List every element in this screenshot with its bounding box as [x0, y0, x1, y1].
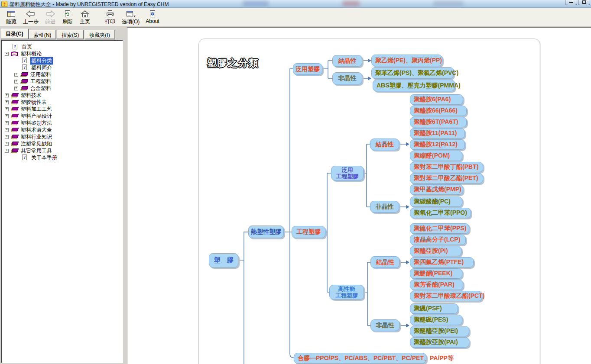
- closed-book-icon: [11, 141, 18, 147]
- hide-button[interactable]: 隐藏: [3, 9, 20, 26]
- expand-icon[interactable]: +: [5, 135, 9, 139]
- closed-book-icon: [20, 71, 28, 77]
- tab-contents[interactable]: 目录(C): [1, 29, 28, 39]
- tree-item-property-tables[interactable]: + 塑胶物性表: [1, 99, 123, 106]
- toolbar: 隐藏 上一步 前进 刷新 主页: [0, 8, 591, 27]
- closed-book-icon: [11, 127, 18, 133]
- tree-item-molding-defects[interactable]: + 注塑常见缺陷: [1, 140, 123, 147]
- options-icon: [125, 10, 136, 18]
- closed-book-icon: [20, 78, 28, 84]
- tree-item-home[interactable]: ? 首页: [1, 43, 123, 50]
- titlebar-glass-artifact: [433, 1, 464, 6]
- print-icon: [105, 10, 115, 18]
- tree-item-technology[interactable]: + 塑料技术: [1, 92, 123, 99]
- tree-item-industry-knowledge[interactable]: + 塑料行业知识: [1, 133, 123, 140]
- diagram-sheet: [198, 39, 540, 364]
- closed-book-icon: [20, 85, 28, 91]
- hide-panel-icon: [6, 10, 16, 18]
- content-pane: [127, 27, 591, 364]
- expand-icon[interactable]: +: [5, 149, 9, 153]
- expand-icon[interactable]: +: [14, 87, 18, 90]
- closed-book-icon: [11, 148, 18, 154]
- navigation-tabs: 目录(C) 索引(N) 搜索(S) 收藏夹(I): [1, 29, 116, 39]
- panel-splitter[interactable]: [123, 27, 127, 364]
- expand-icon[interactable]: +: [5, 93, 9, 97]
- help-page-icon: ?: [12, 44, 19, 50]
- closed-book-icon: [11, 92, 18, 98]
- selected-tree-item: 塑料分类: [30, 57, 53, 64]
- print-button[interactable]: 打印: [101, 9, 119, 26]
- expand-icon[interactable]: +: [5, 114, 9, 118]
- tree-item-intro[interactable]: ? 塑料简介: [1, 64, 123, 71]
- titlebar-glass-artifact: [243, 1, 269, 6]
- minimize-button[interactable]: [565, 0, 577, 5]
- tree-item-identification[interactable]: + 塑料鉴别方法: [1, 119, 123, 126]
- open-book-icon: [11, 51, 18, 57]
- expand-icon[interactable]: +: [5, 128, 9, 132]
- collapse-icon[interactable]: -: [5, 52, 9, 56]
- closed-book-icon: [11, 99, 18, 105]
- app-icon: ?: [1, 1, 7, 7]
- maximize-icon: [582, 0, 586, 4]
- expand-icon[interactable]: +: [5, 100, 9, 104]
- tree-item-product-design[interactable]: + 塑料产品设计: [1, 113, 123, 119]
- expand-icon[interactable]: +: [14, 80, 18, 84]
- help-page-icon: ?: [21, 155, 29, 161]
- home-button[interactable]: 主页: [76, 9, 94, 26]
- tree-item-alloy-plastics[interactable]: + 合金塑料: [1, 85, 123, 92]
- about-button[interactable]: About: [143, 9, 162, 25]
- forward-arrow-icon: [45, 10, 56, 18]
- expand-icon[interactable]: +: [5, 142, 9, 146]
- title-bar: ? 塑料原料物性大全 - Made by UNREGISTERED versio…: [0, 0, 591, 8]
- refresh-icon: [63, 10, 72, 18]
- refresh-button[interactable]: 刷新: [59, 9, 76, 26]
- closed-book-icon: [11, 106, 18, 112]
- home-icon: [80, 10, 90, 18]
- tree-item-classification[interactable]: ? 塑料分类: [1, 57, 123, 64]
- tree-item-glossary[interactable]: + 塑料术语大全: [1, 126, 123, 133]
- options-button[interactable]: 选项(O): [119, 9, 143, 26]
- tree-item-overview[interactable]: - 塑料概论: [1, 50, 123, 57]
- maximize-button[interactable]: [578, 0, 590, 5]
- about-icon: [148, 10, 157, 18]
- back-button[interactable]: 上一步: [20, 9, 42, 26]
- tab-favorites[interactable]: 收藏夹(I): [84, 30, 114, 39]
- back-arrow-icon: [25, 10, 36, 18]
- tree-item-tools[interactable]: + 其它常用工具: [1, 147, 123, 154]
- tree-item-engineering-plastics[interactable]: + 工程塑料: [1, 78, 123, 85]
- expand-icon[interactable]: +: [5, 121, 9, 125]
- tree-item-processing[interactable]: + 塑料加工工艺: [1, 106, 123, 113]
- expand-icon[interactable]: +: [5, 107, 9, 111]
- forward-button[interactable]: 前进: [42, 9, 59, 26]
- window-title: 塑料原料物性大全 - Made by UNREGISTERED version …: [10, 1, 169, 8]
- closed-book-icon: [11, 120, 18, 126]
- tree-item-general-plastics[interactable]: + 泛用塑料: [1, 71, 123, 78]
- tab-index[interactable]: 索引(N): [29, 30, 56, 39]
- expand-icon[interactable]: +: [14, 73, 18, 77]
- closed-book-icon: [11, 113, 18, 119]
- tab-search[interactable]: 搜索(S): [57, 30, 84, 39]
- help-page-icon: ?: [21, 64, 29, 71]
- help-page-icon: ?: [21, 58, 29, 64]
- toc-tree-panel: ? 首页 - 塑料概论 ? 塑料分类 ? 塑料简介 + 泛用塑料 + 工程塑料 …: [1, 40, 123, 363]
- titlebar-glass-artifact: [342, 1, 360, 6]
- minimize-icon: [569, 2, 573, 3]
- tree-item-about-manual[interactable]: ? 关于本手册: [1, 154, 123, 161]
- closed-book-icon: [11, 134, 18, 140]
